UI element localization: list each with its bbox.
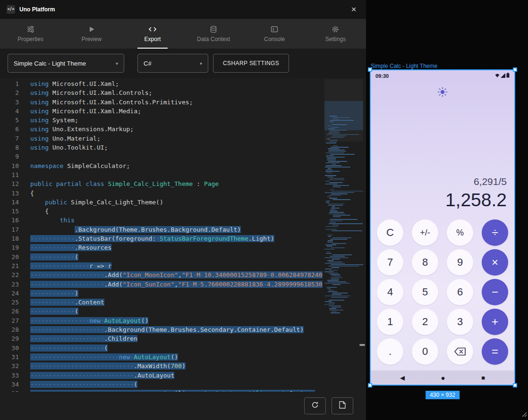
- tab-data-context[interactable]: Data Context: [183, 19, 244, 49]
- page-selector-dropdown[interactable]: Simple Calc - Light Theme ▾: [8, 54, 124, 73]
- key-equals[interactable]: =: [482, 338, 508, 365]
- code-line: 22····················.Add("Icon_MoonIco…: [0, 270, 323, 279]
- refresh-icon: [311, 401, 319, 411]
- status-icons: [495, 73, 510, 79]
- spacer: [371, 106, 514, 176]
- code-line: 10namespace SimpleCalculator;: [0, 161, 323, 170]
- tab-settings[interactable]: Settings: [305, 19, 366, 49]
- key-3[interactable]: 3: [447, 309, 473, 335]
- resize-handle-bottom-right[interactable]: [513, 383, 517, 387]
- key-1[interactable]: 1: [377, 309, 403, 335]
- key-2[interactable]: 2: [412, 309, 438, 335]
- code-line: 15 {: [0, 207, 323, 216]
- terminal-icon: [271, 25, 278, 33]
- code-line: 25············.Content: [0, 298, 323, 307]
- tab-label: Export: [145, 36, 161, 42]
- key-multiply[interactable]: ×: [482, 249, 508, 276]
- code-line: 19············.Resources: [0, 243, 323, 252]
- minimap[interactable]: [324, 79, 363, 392]
- calculator-display: 6,291/5 1,258.2: [371, 176, 514, 210]
- key-clear[interactable]: C: [377, 219, 403, 246]
- code-brackets-icon: [148, 25, 157, 33]
- code-line: 6using Uno.Extensions.Markup;: [0, 125, 323, 134]
- left-panel: </> Uno Platform × Properties Preview Ex…: [0, 0, 366, 420]
- chevron-down-icon: ▾: [200, 61, 202, 66]
- close-icon[interactable]: ×: [348, 4, 359, 15]
- device-preview-canvas[interactable]: Simple Calc - Light Theme 09:30 6,291/5: [366, 0, 528, 420]
- csharp-settings-button[interactable]: CSHARP SETTINGS: [213, 54, 289, 73]
- code-line: 35································counte…: [0, 389, 323, 392]
- key-percent[interactable]: %: [447, 219, 473, 246]
- scrollbar-thumb[interactable]: [359, 344, 365, 346]
- code-line: 11: [0, 170, 323, 179]
- key-7[interactable]: 7: [377, 249, 403, 276]
- tab-export[interactable]: Export: [122, 19, 183, 49]
- tab-label: Settings: [325, 36, 346, 42]
- code-line: 21················r·=>·r: [0, 261, 323, 270]
- code-line: 17 .Background(Theme.Brushes.Background.…: [0, 225, 323, 234]
- nav-back-button[interactable]: ◀: [400, 374, 405, 381]
- code-line: 4using Microsoft.UI.Xaml.Media;: [0, 107, 323, 116]
- code-line: 34····························(: [0, 380, 323, 389]
- key-9[interactable]: 9: [447, 249, 473, 276]
- code-lines[interactable]: 1using Microsoft.UI.Xaml;2using Microsof…: [0, 79, 323, 392]
- language-selector-value: C#: [144, 60, 152, 67]
- tab-console[interactable]: Console: [244, 19, 305, 49]
- app-window: </> Uno Platform × Properties Preview Ex…: [0, 0, 528, 420]
- calculator-keypad: C+/-%÷789×456−123+.0=: [371, 217, 514, 370]
- resize-handle-top-left[interactable]: [368, 67, 372, 72]
- signal-icon: [501, 73, 505, 79]
- file-icon: [339, 401, 346, 411]
- tab-label: Data Context: [197, 36, 230, 42]
- editor-bottombar: [0, 392, 366, 420]
- refresh-button[interactable]: [304, 397, 326, 414]
- code-editor[interactable]: 1using Microsoft.UI.Xaml;2using Microsof…: [0, 78, 366, 392]
- tab-label: Console: [264, 36, 285, 42]
- key-backspace[interactable]: [447, 338, 473, 365]
- key-8[interactable]: 8: [412, 249, 438, 276]
- code-line: 18············.StatusBar(foreground:·Sta…: [0, 234, 323, 243]
- language-selector-dropdown[interactable]: C# ▾: [137, 54, 208, 73]
- tab-label: Properties: [17, 36, 43, 42]
- key-4[interactable]: 4: [377, 279, 403, 305]
- code-line: 30····················(: [0, 344, 323, 353]
- code-line: 24············): [0, 289, 323, 298]
- key-plusminus[interactable]: +/-: [412, 219, 438, 246]
- window-resize-grip[interactable]: [520, 411, 527, 419]
- sun-icon: [437, 86, 448, 100]
- artboard-label[interactable]: Simple Calc - Light Theme: [371, 63, 437, 69]
- nav-recents-button[interactable]: ■: [481, 374, 485, 381]
- android-navbar: ◀ ● ■: [371, 370, 514, 385]
- titlebar: </> Uno Platform ×: [0, 0, 366, 19]
- nav-home-button[interactable]: ●: [441, 374, 445, 382]
- code-line: 33····························.AutoLayou…: [0, 371, 323, 380]
- code-line: 20············(: [0, 252, 323, 261]
- key-divide[interactable]: ÷: [482, 219, 508, 246]
- key-add[interactable]: +: [482, 309, 508, 335]
- key-0[interactable]: 0: [412, 338, 438, 365]
- tab-properties[interactable]: Properties: [0, 19, 61, 49]
- code-line: 16 this: [0, 216, 323, 225]
- theme-toggle-button[interactable]: [371, 80, 514, 106]
- code-line: 1using Microsoft.UI.Xaml;: [0, 79, 323, 88]
- key-5[interactable]: 5: [412, 279, 438, 305]
- phone-statusbar: 09:30: [371, 70, 514, 80]
- key-subtract[interactable]: −: [482, 279, 508, 305]
- code-line: 28····················.Background(Theme.…: [0, 325, 323, 334]
- resize-handle-top-right[interactable]: [513, 67, 517, 72]
- key-6[interactable]: 6: [447, 279, 473, 305]
- code-line: 3using Microsoft.UI.Xaml.Controls.Primit…: [0, 98, 323, 107]
- play-icon: [88, 25, 95, 33]
- resize-handle-bottom-left[interactable]: [368, 383, 372, 387]
- key-decimal[interactable]: .: [377, 338, 403, 365]
- tab-preview[interactable]: Preview: [61, 19, 122, 49]
- artboard-size-badge: 430 × 932: [426, 391, 460, 399]
- chevron-down-icon: ▾: [116, 61, 118, 66]
- code-line: 8using Uno.Toolkit.UI;: [0, 143, 323, 152]
- tabbar: Properties Preview Export Data Context C…: [0, 19, 366, 49]
- code-line: 14 public Simple_Calc_Light_Theme(): [0, 198, 323, 207]
- export-file-button[interactable]: [332, 397, 353, 414]
- phone-artboard[interactable]: 09:30 6,291/5 1,258.2 C+/-%÷789×456−123+…: [370, 69, 515, 386]
- window-title: Uno Platform: [19, 6, 55, 13]
- status-time: 09:30: [375, 73, 389, 79]
